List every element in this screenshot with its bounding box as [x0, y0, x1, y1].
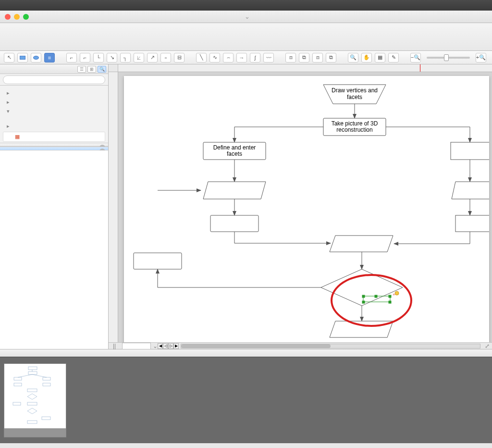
crop-tool-4[interactable]: ⧉	[326, 53, 336, 62]
connector-tool-1[interactable]: ⌐	[66, 53, 77, 62]
connector-tool-3[interactable]: └	[93, 53, 104, 62]
svg-rect-29	[451, 142, 489, 160]
pointer-tool[interactable]: ↖	[4, 53, 14, 62]
title-chevron-icon[interactable]: ⌄	[245, 13, 250, 20]
text-tool[interactable]: ≡	[44, 53, 55, 62]
find-more-shapes-button[interactable]: ▦	[3, 132, 105, 142]
window-titlebar: ⌄	[0, 11, 492, 23]
svg-rect-38	[43, 377, 50, 380]
svg-rect-35	[28, 367, 37, 370]
library-tree: ▦ × ×	[0, 86, 108, 150]
svg-rect-42	[13, 402, 21, 405]
sidebar-search	[0, 74, 108, 86]
svg-rect-24	[389, 295, 391, 298]
connector-tool-7[interactable]: ↗	[147, 53, 158, 62]
page-thumbnail[interactable]	[4, 363, 66, 437]
status-bar	[0, 349, 492, 357]
svg-rect-26	[389, 301, 391, 303]
shape-palette	[0, 150, 108, 349]
connector-tool-4[interactable]: ↘	[107, 53, 117, 62]
document-title: ⌄	[243, 13, 250, 20]
arc-tool[interactable]: ⌢	[223, 53, 234, 62]
svg-rect-22	[362, 295, 365, 298]
svg-rect-36	[28, 372, 37, 374]
search-input[interactable]	[3, 75, 105, 84]
view-toggle-search-icon[interactable]: 🔍	[98, 66, 106, 73]
page-thumbnail-strip	[0, 357, 492, 443]
svg-rect-43	[27, 402, 37, 405]
close-window-button[interactable]	[5, 14, 11, 20]
arrow-tool[interactable]: →	[236, 53, 247, 62]
svg-rect-41	[27, 389, 37, 392]
svg-rect-40	[43, 383, 50, 386]
view-toggle-list-icon[interactable]: ☰	[77, 66, 86, 73]
page-thumb-label	[4, 428, 66, 437]
zoom-window-button[interactable]	[23, 14, 29, 20]
tree-item-network[interactable]	[0, 88, 108, 98]
page-next-button[interactable]: ▷	[168, 343, 173, 349]
bezier-tool[interactable]: ∫	[250, 53, 260, 62]
connector-tool-6[interactable]: ⟀	[134, 53, 144, 62]
crop-tool-3[interactable]: ⧈	[312, 53, 323, 62]
page-first-button[interactable]: ◀	[158, 343, 163, 349]
minimize-window-button[interactable]	[14, 14, 20, 20]
horizontal-scrollbar: || ⌄ ◀ ◁ ▷ ▶ ⤢	[109, 342, 492, 349]
svg-line-47	[18, 374, 32, 377]
horizontal-ruler	[118, 64, 492, 72]
crop-tool-2[interactable]: ⧉	[299, 53, 309, 62]
sidebar-view-toggles: ☰ ⊞ 🔍	[0, 64, 108, 74]
drawing-canvas[interactable]: Draw vertices andfacets Take picture of …	[118, 72, 492, 342]
svg-rect-45	[27, 421, 37, 423]
svg-rect-23	[375, 295, 377, 298]
tree-item-org[interactable]	[0, 122, 108, 131]
main-toolbar	[0, 23, 492, 51]
ruler-unit-label	[109, 64, 118, 72]
svg-line-48	[32, 374, 47, 377]
rect-tool[interactable]	[17, 53, 28, 62]
zoom-in-button[interactable]: +🔍	[476, 53, 486, 62]
svg-rect-37	[14, 377, 22, 380]
vertical-ruler	[109, 72, 118, 342]
svg-rect-39	[14, 383, 22, 386]
zoom-slider[interactable]	[427, 57, 470, 59]
ruler-marker	[420, 64, 420, 72]
svg-rect-32	[455, 215, 489, 232]
pan-tool[interactable]: ✋	[361, 53, 372, 62]
svg-point-27	[395, 291, 399, 295]
section-drawing-shapes[interactable]: ×	[0, 143, 108, 147]
view-toggle-grid-icon[interactable]: ⊞	[87, 66, 96, 73]
shape-toolbar: ↖ ≡ ⌐ ⌐ └ ↘ ┐ ⟀ ↗ ▫ ⊟ ╲ ∿ ⌢ → ∫ 〰 ⧈ ⧉ ⧈ …	[0, 51, 492, 64]
page-prev-button[interactable]: ◁	[163, 343, 168, 349]
section-flowcharts-rapid[interactable]: ×	[0, 147, 108, 150]
freehand-tool[interactable]: 〰	[263, 53, 274, 62]
svg-text:+: +	[393, 292, 395, 297]
svg-rect-15	[134, 253, 182, 269]
svg-rect-12	[210, 215, 258, 232]
split-tool[interactable]: ⊟	[174, 53, 184, 62]
connector-tool-2[interactable]: ⌐	[80, 53, 90, 62]
hscroll-track[interactable]	[181, 344, 480, 348]
ellipse-tool[interactable]	[31, 53, 41, 62]
connector-tool-5[interactable]: ┐	[120, 53, 131, 62]
sidebar: ☰ ⊞ 🔍 ▦ × ×	[0, 64, 109, 349]
close-section-icon[interactable]: ×	[99, 149, 105, 150]
page-nav: ◀ ◁ ▷ ▶	[158, 343, 179, 349]
measure-tool[interactable]: ▦	[375, 53, 385, 62]
page-last-button[interactable]: ▶	[173, 343, 179, 349]
window-controls	[5, 14, 29, 20]
page[interactable]: Draw vertices andfacets Take picture of …	[124, 76, 489, 342]
tree-item-flowcharts[interactable]	[0, 107, 108, 116]
svg-rect-44	[42, 417, 50, 420]
svg-text:Take picture of 3Dreconstructi: Take picture of 3Dreconstruction	[332, 120, 378, 133]
zoom-out-button[interactable]: −🔍	[410, 53, 421, 62]
polyline-tool[interactable]: ∿	[209, 53, 220, 62]
zoom-field[interactable]	[122, 343, 151, 349]
node-tool[interactable]: ▫	[160, 53, 171, 62]
magnify-tool[interactable]: 🔍	[348, 53, 358, 62]
line-tool[interactable]: ╲	[196, 53, 207, 62]
menubar	[0, 0, 492, 11]
canvas-area: Draw vertices andfacets Take picture of …	[109, 64, 492, 349]
tree-item-fire[interactable]	[0, 98, 108, 107]
crop-tool-1[interactable]: ⧈	[285, 53, 296, 62]
eyedropper-tool[interactable]: ✎	[388, 53, 399, 62]
